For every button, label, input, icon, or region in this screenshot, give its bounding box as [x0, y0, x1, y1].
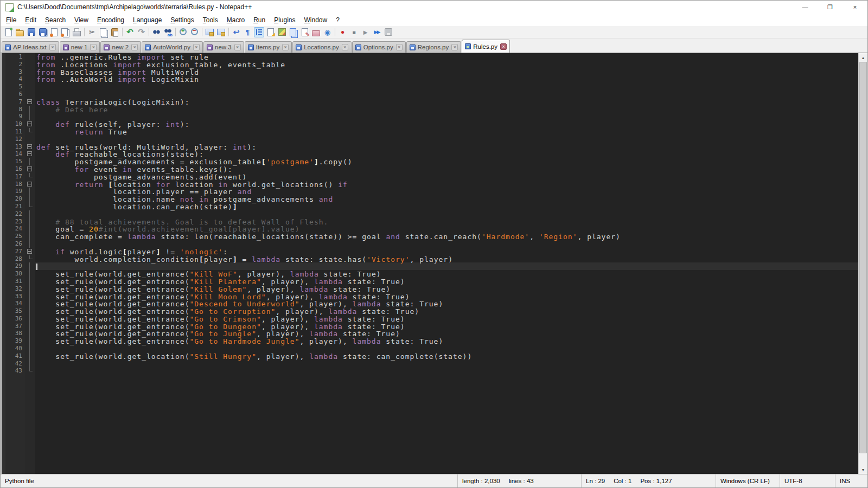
line-number[interactable]: 14 — [5, 150, 22, 158]
tab-items-py[interactable]: Items.py× — [245, 41, 292, 53]
macro-stop-icon[interactable] — [349, 27, 359, 37]
close-button[interactable]: × — [843, 1, 867, 14]
code-line-28[interactable]: world.completion_condition[player] = lam… — [35, 255, 858, 263]
line-number[interactable]: 37 — [5, 323, 22, 330]
code-line-19[interactable]: location.player == player and — [35, 188, 858, 195]
code-line-1[interactable]: from ..generic.Rules import set_rule — [35, 53, 858, 61]
line-number[interactable]: 33 — [5, 293, 22, 300]
code-line-15[interactable]: postgame_advancements = exclusion_table[… — [35, 158, 858, 165]
line-number[interactable]: 23 — [5, 218, 22, 226]
line-number[interactable]: 2 — [5, 61, 22, 68]
tab-close-icon[interactable]: × — [451, 44, 458, 50]
redo-icon[interactable] — [136, 27, 146, 37]
menu-file[interactable]: File — [2, 15, 21, 25]
menu-run[interactable]: Run — [249, 15, 270, 25]
menu-edit[interactable]: Edit — [21, 15, 41, 25]
tab-ap-ideas-txt[interactable]: AP Ideas.txt× — [2, 41, 59, 53]
fold-marker[interactable] — [25, 143, 35, 151]
line-number[interactable]: 39 — [5, 337, 22, 345]
code-line-42[interactable] — [35, 360, 858, 368]
undo-icon[interactable] — [125, 27, 135, 37]
code-line-37[interactable]: set_rule(world.get_entrance("Go to Dunge… — [35, 323, 858, 330]
macro-run-multiple-icon[interactable] — [372, 27, 382, 37]
line-number[interactable]: 31 — [5, 278, 22, 285]
restore-button[interactable]: ❐ — [818, 1, 843, 14]
menu-search[interactable]: Search — [41, 15, 70, 25]
status-eol-format[interactable]: Windows (CR LF) — [716, 474, 780, 487]
code-line-23[interactable]: # 88 total achievements. Goal is to defe… — [35, 218, 858, 226]
word-wrap-icon[interactable] — [231, 27, 241, 37]
line-number[interactable]: 35 — [5, 307, 22, 315]
fold-margin[interactable] — [25, 53, 35, 474]
line-number[interactable]: 29 — [5, 262, 22, 270]
line-number[interactable]: 19 — [5, 188, 22, 195]
tab-close-icon[interactable]: × — [49, 44, 56, 50]
line-number[interactable]: 10 — [5, 120, 22, 128]
code-line-29[interactable] — [35, 262, 858, 270]
scroll-track[interactable] — [859, 62, 867, 465]
code-line-12[interactable] — [35, 136, 858, 143]
line-number[interactable]: 5 — [5, 83, 22, 91]
line-number[interactable]: 4 — [5, 75, 22, 83]
show-indent-guide-icon[interactable] — [254, 27, 264, 37]
fold-marker[interactable] — [25, 181, 35, 188]
line-number[interactable]: 27 — [5, 248, 22, 255]
code-line-25[interactable]: can_complete = lambda state: len(reachab… — [35, 233, 858, 240]
code-line-27[interactable]: if world.logic[player] != 'nologic': — [35, 248, 858, 255]
tab-autoworld-py[interactable]: AutoWorld.py× — [142, 41, 203, 53]
macro-save-icon[interactable] — [383, 27, 393, 37]
paste-icon[interactable] — [110, 27, 120, 37]
code-line-24[interactable]: goal = 20#int(world.achievement_goal[pla… — [35, 225, 858, 233]
tab-new-3[interactable]: new 3× — [203, 41, 244, 53]
tab-locations-py[interactable]: Locations.py× — [292, 41, 352, 53]
line-number[interactable]: 11 — [5, 128, 22, 136]
code-line-11[interactable]: return True — [35, 128, 858, 136]
function-list-panel-icon[interactable] — [299, 27, 310, 37]
code-line-10[interactable]: def rule(self, player: int): — [35, 120, 858, 128]
minimize-button[interactable]: — — [793, 1, 818, 14]
notepadpp-app-icon[interactable] — [5, 3, 14, 11]
line-number[interactable]: 21 — [5, 203, 22, 210]
menu-encoding[interactable]: Encoding — [93, 15, 129, 25]
menu-window[interactable]: Window — [300, 15, 332, 25]
code-line-2[interactable]: from .Locations import exclusion_table, … — [35, 61, 858, 68]
line-number[interactable]: 25 — [5, 233, 22, 240]
code-line-31[interactable]: set_rule(world.get_entrance("Kill Plante… — [35, 278, 858, 285]
line-number[interactable]: 24 — [5, 225, 22, 233]
macro-record-icon[interactable] — [337, 27, 348, 37]
line-number[interactable]: 8 — [5, 106, 22, 113]
line-number[interactable]: 12 — [5, 136, 22, 143]
tab-close-icon[interactable]: × — [90, 44, 97, 50]
code-line-26[interactable] — [35, 240, 858, 248]
code-line-30[interactable]: set_rule(world.get_entrance("Kill WoF", … — [35, 270, 858, 278]
save-all-icon[interactable] — [37, 27, 48, 37]
tab-close-icon[interactable]: × — [234, 44, 241, 50]
line-number[interactable]: 22 — [5, 210, 22, 218]
sync-horizontal-scroll-icon[interactable] — [216, 27, 226, 37]
code-line-14[interactable]: def reachable_locations(state): — [35, 150, 858, 158]
open-file-icon[interactable] — [15, 27, 25, 37]
status-insert-mode[interactable]: INS — [835, 474, 867, 487]
scroll-up-button[interactable]: ▲ — [859, 53, 867, 62]
line-number[interactable]: 7 — [5, 98, 22, 106]
tab-close-icon[interactable]: × — [342, 44, 348, 50]
fold-marker[interactable] — [25, 165, 35, 173]
code-line-9[interactable] — [35, 113, 858, 120]
line-number[interactable]: 13 — [5, 143, 22, 151]
print-icon[interactable] — [72, 27, 82, 37]
code-line-39[interactable]: set_rule(world.get_entrance("Go to Hardm… — [35, 337, 858, 345]
line-number[interactable]: 9 — [5, 113, 22, 120]
menu-language[interactable]: Language — [129, 15, 166, 25]
tab-options-py[interactable]: Options.py× — [352, 41, 406, 53]
tab-regions-py[interactable]: Regions.py× — [406, 41, 462, 53]
zoom-out-icon[interactable] — [189, 27, 200, 37]
tab-rules-py[interactable]: Rules.py× — [462, 40, 510, 53]
tab-new-1[interactable]: new 1× — [60, 41, 100, 53]
code-line-7[interactable]: class TerrariaLogic(LogicMixin): — [35, 98, 858, 106]
document-map-icon[interactable] — [277, 27, 287, 37]
close-all-icon[interactable] — [60, 27, 71, 37]
menu-help[interactable]: ? — [331, 15, 344, 25]
line-number[interactable]: 3 — [5, 68, 22, 76]
code-line-38[interactable]: set_rule(world.get_entrance("Go to Jungl… — [35, 330, 858, 337]
line-number[interactable]: 18 — [5, 181, 22, 188]
